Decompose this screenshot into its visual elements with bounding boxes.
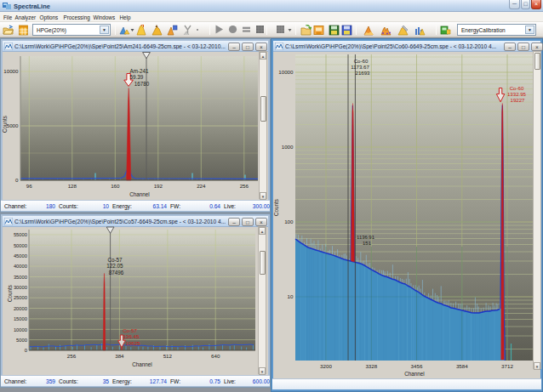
svg-text:1332.95: 1332.95	[507, 91, 527, 97]
svg-text:1173.67: 1173.67	[351, 64, 369, 70]
svg-text:35000: 35000	[14, 275, 27, 280]
svg-text:5000: 5000	[7, 122, 19, 128]
svg-text:10000: 10000	[278, 69, 294, 75]
svg-text:20000: 20000	[14, 306, 27, 311]
svg-text:136.45: 136.45	[123, 333, 140, 339]
svg-text:21693: 21693	[356, 70, 371, 76]
svg-text:640: 640	[211, 353, 220, 359]
svg-text:128: 128	[68, 183, 77, 189]
svg-text:3584: 3584	[456, 363, 468, 369]
svg-text:256: 256	[67, 353, 77, 359]
svg-text:3200: 3200	[320, 363, 332, 369]
svg-text:Channel: Channel	[129, 191, 149, 197]
svg-text:50000: 50000	[14, 243, 27, 248]
svg-text:224: 224	[197, 183, 206, 189]
svg-text:Channel: Channel	[404, 371, 424, 377]
svg-text:96: 96	[26, 183, 32, 189]
svg-text:3328: 3328	[365, 363, 377, 369]
svg-text:40000: 40000	[14, 264, 27, 269]
svg-text:0: 0	[15, 177, 19, 183]
svg-text:25000: 25000	[14, 295, 27, 300]
svg-text:1136.91: 1136.91	[357, 235, 374, 240]
svg-text:30000: 30000	[14, 285, 27, 290]
svg-text:Am-241: Am-241	[129, 68, 149, 74]
svg-text:100: 100	[284, 219, 294, 224]
svg-text:45000: 45000	[14, 253, 27, 258]
svg-text:55000: 55000	[14, 232, 27, 237]
svg-text:87496: 87496	[109, 270, 124, 276]
svg-text:10000: 10000	[14, 327, 27, 332]
svg-text:192: 192	[154, 183, 163, 189]
svg-text:10625: 10625	[126, 340, 141, 346]
svg-text:10: 10	[288, 293, 294, 299]
svg-text:Counts: Counts	[2, 116, 8, 133]
svg-text:5000: 5000	[16, 338, 27, 343]
svg-text:15000: 15000	[14, 316, 27, 321]
svg-text:Co-60: Co-60	[354, 58, 369, 64]
svg-text:16780: 16780	[134, 81, 150, 87]
svg-text:160: 160	[111, 183, 120, 189]
svg-text:384: 384	[115, 353, 124, 359]
svg-text:Counts: Counts	[7, 285, 13, 302]
svg-text:122.05: 122.05	[106, 263, 123, 269]
svg-text:19227: 19227	[511, 97, 526, 103]
svg-text:Co-57: Co-57	[107, 257, 123, 263]
svg-text:3456: 3456	[411, 363, 423, 369]
svg-text:Co-60: Co-60	[510, 85, 524, 91]
svg-text:Co-57: Co-57	[123, 327, 137, 333]
svg-text:59.39: 59.39	[130, 74, 144, 80]
svg-text:Channel: Channel	[132, 361, 151, 367]
svg-text:0: 0	[25, 348, 27, 353]
svg-text:512: 512	[163, 353, 173, 359]
svg-text:3712: 3712	[501, 363, 513, 369]
svg-text:10000: 10000	[3, 68, 19, 74]
svg-text:151: 151	[363, 241, 371, 246]
svg-text:1000: 1000	[282, 144, 294, 150]
svg-text:Counts: Counts	[273, 199, 279, 216]
svg-text:256: 256	[240, 183, 249, 189]
